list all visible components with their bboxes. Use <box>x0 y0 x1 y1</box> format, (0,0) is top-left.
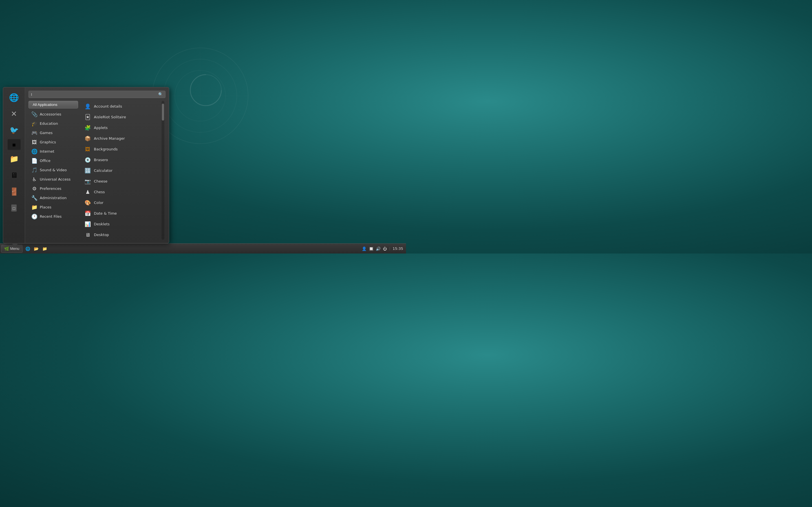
administration-icon: 🔧 <box>31 195 38 201</box>
calculator-icon: 🔢 <box>84 167 91 174</box>
cheese-label: Cheese <box>94 179 107 183</box>
internet-icon: 🌐 <box>31 149 38 154</box>
games-label: Games <box>40 131 52 135</box>
brasero-label: Brasero <box>94 158 108 162</box>
graphics-label: Graphics <box>40 140 56 144</box>
backgrounds-label: Backgrounds <box>94 147 117 151</box>
app-aisleriot-solitaire[interactable]: 🃏 AisleRiot Solitaire <box>82 112 160 122</box>
sidebar-terminal-button[interactable]: ▪ <box>8 139 20 150</box>
menu-content-area: 🔍 All Applications 📎 Accessories 🎓 Educa… <box>25 87 169 243</box>
sidebar-monitor-button[interactable]: 🖥 <box>7 168 21 182</box>
category-internet[interactable]: 🌐 Internet <box>29 147 78 156</box>
preferences-icon: ⚙ <box>31 186 38 191</box>
office-label: Office <box>40 159 50 163</box>
education-icon: 🎓 <box>31 121 38 126</box>
sound-video-label: Sound & Video <box>40 168 67 172</box>
app-account-details[interactable]: 👤 Account details <box>82 101 160 112</box>
menu-sidebar: 🌐 ✕ 🐦 ▪ 📁 🖥 🚪 ☐ <box>3 87 25 243</box>
menu-pointer <box>11 243 18 247</box>
graphics-icon: 🖼 <box>31 139 38 145</box>
games-icon: 🎮 <box>31 130 38 136</box>
app-desktop[interactable]: 🖥 Desktop <box>82 229 160 240</box>
category-administration[interactable]: 🔧 Administration <box>29 193 78 203</box>
all-applications-button[interactable]: All Applications <box>29 101 78 108</box>
svg-point-3 <box>190 75 221 106</box>
system-tray: 👤 🔲 🔊 ⏻ | 15:35 <box>362 246 406 251</box>
category-recent-files[interactable]: 🕐 Recent Files <box>29 212 78 221</box>
app-calculator[interactable]: 🔢 Calculator <box>82 165 160 176</box>
date-time-label: Date & Time <box>94 211 117 216</box>
archive-manager-icon: 📦 <box>84 135 91 142</box>
chess-icon: ♟ <box>84 188 91 195</box>
tray-power-icon: ⏻ <box>383 246 387 251</box>
brasero-icon: 💿 <box>84 156 91 163</box>
tray-volume-icon: 🔊 <box>376 246 380 251</box>
date-time-icon: 📅 <box>84 210 91 217</box>
category-games[interactable]: 🎮 Games <box>29 128 78 137</box>
sidebar-device-button[interactable]: ☐ <box>7 201 21 215</box>
tray-network-icon: 🔲 <box>369 246 373 251</box>
app-color[interactable]: 🎨 Color <box>82 197 160 208</box>
app-cheese[interactable]: 📷 Cheese <box>82 176 160 186</box>
sidebar-settings-button[interactable]: ✕ <box>7 107 21 121</box>
scrollbar-track[interactable] <box>161 101 164 240</box>
taskbar-folder-button[interactable]: 📁 <box>41 245 49 252</box>
account-details-icon: 👤 <box>84 103 91 110</box>
education-label: Education <box>40 121 58 126</box>
recent-files-icon: 🕐 <box>31 214 38 219</box>
accessories-icon: 📎 <box>31 111 38 117</box>
administration-label: Administration <box>40 196 66 200</box>
category-office[interactable]: 📄 Office <box>29 156 78 165</box>
taskbar: 🌿 Menu 🌐 📂 📁 👤 🔲 🔊 ⏻ | 15:35 <box>0 243 406 253</box>
sound-video-icon: 🎵 <box>31 167 38 173</box>
desklets-label: Desklets <box>94 222 110 226</box>
chess-label: Chess <box>94 190 105 194</box>
sidebar-globe-button[interactable]: 🌐 <box>7 90 21 105</box>
menu-columns: All Applications 📎 Accessories 🎓 Educati… <box>29 101 165 240</box>
applets-icon: 🧩 <box>84 124 91 131</box>
desktop-icon: 🖥 <box>84 231 91 238</box>
sidebar-tweaks-button[interactable]: 🐦 <box>7 123 21 137</box>
menu-label: Menu <box>10 246 19 251</box>
application-menu: 🌐 ✕ 🐦 ▪ 📁 🖥 🚪 ☐ 🔍 <box>3 87 169 243</box>
search-input[interactable] <box>31 93 158 97</box>
aisleriot-icon: 🃏 <box>84 114 91 120</box>
category-preferences[interactable]: ⚙ Preferences <box>29 184 78 193</box>
category-education[interactable]: 🎓 Education <box>29 119 78 128</box>
app-chess[interactable]: ♟ Chess <box>82 186 160 197</box>
app-archive-manager[interactable]: 📦 Archive Manager <box>82 133 160 144</box>
category-universal-access[interactable]: ♿ Universal Access <box>29 175 78 184</box>
app-applets[interactable]: 🧩 Applets <box>82 122 160 133</box>
app-desklets[interactable]: 📊 Desklets <box>82 219 160 229</box>
recent-files-label: Recent Files <box>40 214 62 219</box>
app-brasero[interactable]: 💿 Brasero <box>82 154 160 165</box>
backgrounds-icon: 🖼 <box>84 146 91 152</box>
color-icon: 🎨 <box>84 199 91 206</box>
menu-icon: 🌿 <box>4 246 9 251</box>
sidebar-exit-button[interactable]: 🚪 <box>7 184 21 199</box>
apps-column: 👤 Account details 🃏 AisleRiot Solitaire … <box>79 101 160 240</box>
taskbar-browser-button[interactable]: 🌐 <box>24 245 32 252</box>
places-icon: 📁 <box>31 204 38 210</box>
taskbar-files-button[interactable]: 📂 <box>33 245 40 252</box>
category-accessories[interactable]: 📎 Accessories <box>29 110 78 119</box>
desklets-icon: 📊 <box>84 221 91 227</box>
app-backgrounds[interactable]: 🖼 Backgrounds <box>82 144 160 154</box>
account-details-label: Account details <box>94 104 122 108</box>
sidebar-files-button[interactable]: 📁 <box>7 152 21 166</box>
tray-separator: | <box>389 247 390 251</box>
color-label: Color <box>94 201 103 205</box>
search-icon: 🔍 <box>158 92 163 97</box>
taskbar-clock[interactable]: 15:35 <box>393 246 403 251</box>
search-bar: 🔍 <box>29 91 165 98</box>
archive-manager-label: Archive Manager <box>94 136 125 140</box>
office-icon: 📄 <box>31 158 38 164</box>
scrollbar-thumb[interactable] <box>162 104 164 121</box>
svg-point-2 <box>175 70 225 121</box>
category-graphics[interactable]: 🖼 Graphics <box>29 137 78 147</box>
app-date-time[interactable]: 📅 Date & Time <box>82 208 160 219</box>
desktop-label: Desktop <box>94 233 109 237</box>
tray-user-icon: 👤 <box>362 246 366 251</box>
category-sound-video[interactable]: 🎵 Sound & Video <box>29 165 78 175</box>
category-places[interactable]: 📁 Places <box>29 203 78 212</box>
